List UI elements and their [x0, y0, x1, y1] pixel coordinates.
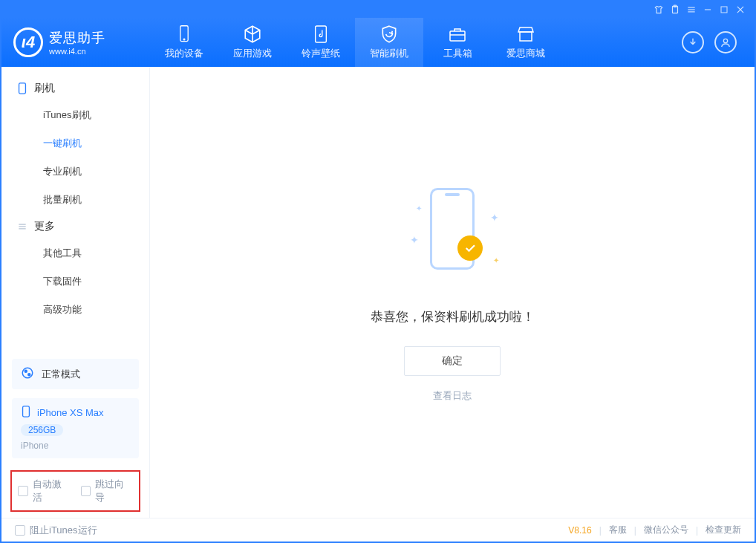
phone-icon	[16, 82, 28, 94]
sidebar-item-pro-flash[interactable]: 专业刷机	[1, 157, 149, 186]
nav-label: 铃声壁纸	[302, 47, 340, 60]
separator: |	[634, 525, 636, 536]
header-right	[682, 31, 755, 53]
music-file-icon	[311, 25, 330, 44]
nav-toolbox[interactable]: 工具箱	[423, 18, 492, 67]
nav-apps-games[interactable]: 应用游戏	[218, 18, 287, 67]
svg-rect-12	[450, 31, 465, 41]
svg-point-20	[25, 370, 27, 372]
sparkle-icon: ✦	[493, 256, 499, 264]
close-icon[interactable]	[735, 4, 746, 15]
footer-link-wechat[interactable]: 微信公众号	[644, 524, 688, 536]
checkbox-label: 跳过向导	[95, 478, 133, 504]
tshirt-icon[interactable]	[654, 4, 664, 15]
body: 刷机 iTunes刷机 一键刷机 专业刷机 批量刷机 更多 其他工具 下载固件 …	[1, 67, 755, 518]
device-type: iPhone	[21, 440, 48, 451]
mode-icon	[21, 366, 34, 382]
svg-point-21	[28, 374, 30, 376]
maximize-icon[interactable]	[719, 4, 729, 15]
svg-rect-15	[19, 83, 26, 94]
nav-smart-flash[interactable]: 智能刷机	[355, 18, 423, 67]
logo-icon: ι4	[13, 27, 43, 57]
checkbox-auto-activate[interactable]: 自动激活	[18, 478, 71, 504]
sidebar-item-itunes-flash[interactable]: iTunes刷机	[1, 101, 149, 129]
footer-link-support[interactable]: 客服	[609, 524, 627, 536]
svg-rect-13	[520, 32, 532, 41]
nav-store[interactable]: 爱思商城	[492, 18, 560, 67]
version-label: V8.16	[568, 525, 591, 536]
device-card[interactable]: iPhone XS Max 256GB iPhone	[12, 398, 139, 458]
sidebar-item-advanced[interactable]: 高级功能	[1, 296, 149, 324]
device-name: iPhone XS Max	[37, 407, 104, 418]
top-nav: 我的设备 应用游戏 铃声壁纸 智能刷机 工具箱 爱思商城	[150, 18, 560, 67]
toolbox-icon	[448, 25, 467, 44]
download-icon[interactable]	[682, 31, 704, 53]
sidebar: 刷机 iTunes刷机 一键刷机 专业刷机 批量刷机 更多 其他工具 下载固件 …	[1, 67, 150, 518]
nav-label: 应用游戏	[233, 47, 272, 60]
sidebar-group-label: 刷机	[34, 82, 55, 95]
checkbox-label: 自动激活	[33, 478, 71, 504]
sidebar-group-more: 更多	[1, 214, 149, 239]
checkbox-icon	[18, 486, 28, 496]
sidebar-item-batch-flash[interactable]: 批量刷机	[1, 186, 149, 214]
success-illustration: ✦ ✦ ✦ ✦	[397, 182, 508, 293]
sidebar-item-onekey-flash[interactable]: 一键刷机	[1, 129, 149, 157]
view-log-link[interactable]: 查看日志	[433, 389, 472, 403]
device-icon	[175, 25, 194, 44]
phone-small-icon	[21, 406, 31, 420]
svg-point-19	[22, 368, 33, 378]
device-capacity: 256GB	[21, 424, 63, 436]
menu-icon[interactable]	[686, 4, 697, 15]
titlebar	[1, 1, 755, 18]
svg-point-14	[723, 39, 727, 42]
cube-icon	[243, 25, 262, 44]
sparkle-icon: ✦	[410, 234, 419, 246]
list-icon	[16, 221, 28, 233]
refresh-shield-icon	[379, 25, 399, 44]
nav-label: 工具箱	[443, 47, 472, 60]
footer-link-update[interactable]: 检查更新	[706, 524, 741, 536]
minimize-icon[interactable]	[703, 4, 713, 15]
clipboard-icon[interactable]	[670, 4, 680, 15]
separator: |	[696, 525, 698, 536]
checkbox-icon	[15, 525, 25, 536]
nav-label: 爱思商城	[506, 47, 545, 60]
ok-button[interactable]: 确定	[404, 346, 501, 376]
sidebar-item-download-firmware[interactable]: 下载固件	[1, 267, 149, 296]
checkbox-icon	[81, 486, 91, 496]
sparkle-icon: ✦	[416, 204, 422, 212]
main-content: ✦ ✦ ✦ ✦ 恭喜您，保资料刷机成功啦！ 确定 查看日志	[150, 67, 755, 518]
app-window: ι4 爱思助手 www.i4.cn 我的设备 应用游戏 铃声壁纸 智能刷机	[0, 0, 756, 543]
check-badge-icon	[457, 235, 483, 261]
sparkle-icon: ✦	[490, 212, 499, 224]
app-name: 爱思助手	[49, 29, 105, 47]
header: ι4 爱思助手 www.i4.cn 我的设备 应用游戏 铃声壁纸 智能刷机	[1, 18, 755, 67]
store-icon	[516, 25, 535, 44]
footer: 阻止iTunes运行 V8.16 | 客服 | 微信公众号 | 检查更新	[1, 518, 755, 542]
nav-ringtone-wallpaper[interactable]: 铃声壁纸	[287, 18, 355, 67]
logo: ι4 爱思助手 www.i4.cn	[1, 27, 150, 57]
user-icon[interactable]	[714, 31, 737, 53]
mode-card[interactable]: 正常模式	[12, 359, 139, 389]
checkbox-block-itunes[interactable]: 阻止iTunes运行	[15, 524, 97, 537]
svg-rect-6	[721, 7, 727, 13]
svg-rect-22	[23, 406, 30, 417]
sidebar-group-flash: 刷机	[1, 76, 149, 101]
success-message: 恭喜您，保资料刷机成功啦！	[371, 308, 535, 325]
app-url: www.i4.cn	[49, 47, 105, 56]
mode-label: 正常模式	[42, 368, 80, 381]
nav-label: 智能刷机	[370, 47, 408, 60]
separator: |	[599, 525, 602, 536]
options-highlight-box: 自动激活 跳过向导	[10, 470, 140, 512]
sidebar-group-label: 更多	[34, 220, 55, 233]
svg-point-10	[183, 39, 185, 40]
checkbox-label: 阻止iTunes运行	[30, 524, 97, 537]
sidebar-item-other-tools[interactable]: 其他工具	[1, 239, 149, 267]
nav-my-device[interactable]: 我的设备	[150, 18, 218, 67]
checkbox-skip-guide[interactable]: 跳过向导	[81, 478, 134, 504]
nav-label: 我的设备	[165, 47, 203, 60]
